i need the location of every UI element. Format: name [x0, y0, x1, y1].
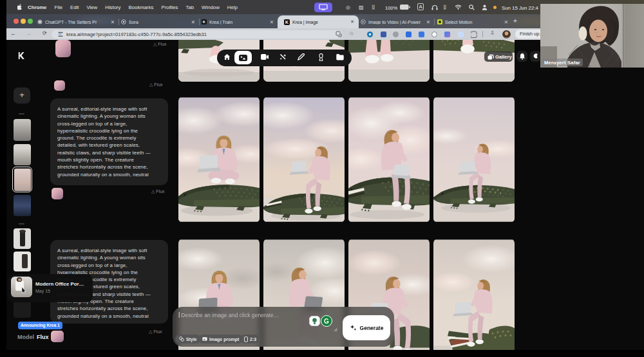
svg-text:K: K [285, 20, 289, 24]
svg-text:K: K [203, 20, 206, 24]
